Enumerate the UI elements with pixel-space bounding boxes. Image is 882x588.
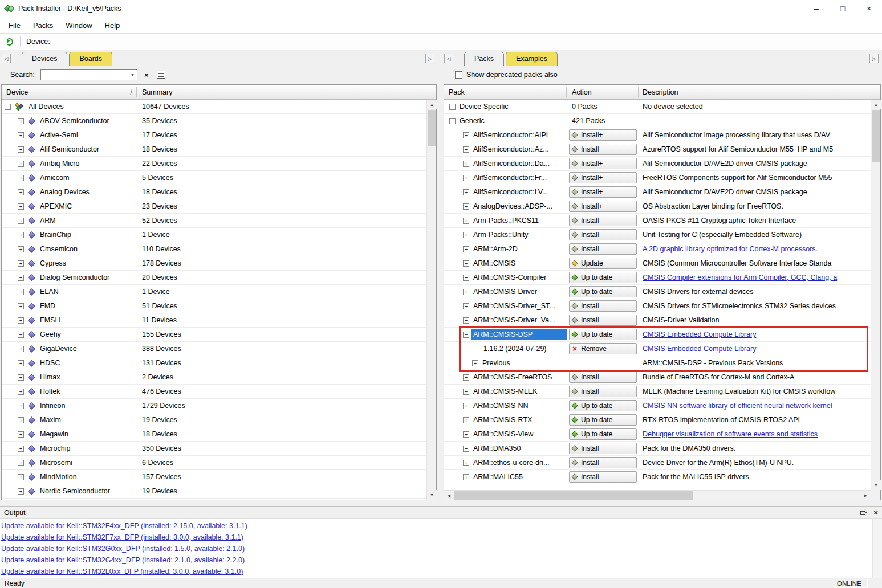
pack-row[interactable]: −Generic421 Packs	[444, 114, 871, 128]
pack-row[interactable]: 1.16.2 (2024-07-29)×RemoveCMSIS Embedded…	[444, 342, 871, 356]
tree-expander-icon[interactable]: +	[463, 289, 469, 295]
device-tree-row[interactable]: +Infineon1729 Devices	[2, 399, 426, 413]
tree-expander-icon[interactable]: +	[18, 417, 24, 423]
install-button[interactable]: Install	[569, 471, 637, 483]
device-tree-row[interactable]: −All Devices10647 Devices	[2, 100, 426, 114]
tree-expander-icon[interactable]: +	[463, 389, 469, 395]
device-tree-row[interactable]: +ABOV Semiconductor35 Devices	[2, 114, 426, 128]
device-tree-row[interactable]: +FMD51 Devices	[2, 299, 426, 313]
tree-expander-icon[interactable]: +	[18, 161, 24, 167]
pack-row[interactable]: +ARM::CMSIS-RTXUp to dateRTX RTOS implem…	[444, 413, 871, 427]
install-button[interactable]: Install	[569, 386, 637, 397]
device-tree-row[interactable]: +BrainChip1 Device	[2, 228, 426, 242]
vertical-scrollbar[interactable]: ▲ ▼	[426, 100, 436, 500]
tree-expander-icon[interactable]: +	[18, 132, 24, 138]
output-line[interactable]: Update available for Keil::STM32F4xx_DFP…	[1, 520, 882, 532]
description-text[interactable]: CMSIS Embedded Compute Library	[643, 330, 756, 338]
pack-row[interactable]: +AlifSemiconductor::Da...Install+Alif Se…	[444, 157, 871, 171]
column-header-device[interactable]: Device /	[2, 85, 137, 99]
tree-expander-icon[interactable]: +	[463, 175, 469, 181]
scroll-up-button[interactable]: ▲	[871, 100, 881, 109]
collapse-all-icon[interactable]	[157, 71, 165, 79]
device-tree-row[interactable]: +ELAN1 Device	[2, 285, 426, 299]
tree-expander-icon[interactable]: +	[463, 132, 469, 138]
tree-expander-icon[interactable]: +	[463, 403, 469, 409]
pack-row[interactable]: +ARM::CMSIS-CompilerUp to dateCMSIS Comp…	[444, 271, 871, 285]
search-clear-icon[interactable]: ×	[144, 71, 149, 79]
tree-expander-icon[interactable]: +	[18, 260, 24, 267]
update-button[interactable]: Update	[569, 258, 637, 269]
pack-row[interactable]: −Device Specific0 PacksNo device selecte…	[444, 100, 871, 114]
device-tree-row[interactable]: +APEXMIC23 Devices	[2, 199, 426, 214]
column-header-summary[interactable]: Summary	[137, 85, 436, 99]
close-button[interactable]: ×	[856, 0, 882, 17]
tab-scroll-right-button[interactable]: ▷	[425, 54, 434, 63]
pack-row[interactable]: +ARM::CMSIS-Driver_Va...InstallCMSIS-Dri…	[444, 313, 871, 328]
install-button[interactable]: Install+	[569, 186, 637, 198]
device-tree-row[interactable]: +Analog Devices18 Devices	[2, 185, 426, 199]
tab-scroll-left-button[interactable]: ◁	[2, 54, 11, 63]
uptodate-button[interactable]: Up to date	[569, 414, 637, 426]
combo-dropdown-icon[interactable]: ▾	[128, 70, 137, 80]
scroll-up-button[interactable]: ▲	[427, 100, 437, 109]
tree-expander-icon[interactable]: +	[18, 474, 24, 480]
uptodate-button[interactable]: Up to date	[569, 272, 637, 283]
column-header-pack[interactable]: Pack	[444, 85, 567, 99]
tree-expander-icon[interactable]: +	[18, 488, 24, 495]
install-button[interactable]: Install	[569, 315, 637, 326]
tree-expander-icon[interactable]: +	[18, 118, 24, 124]
search-combobox[interactable]: ▾	[40, 69, 137, 80]
tree-expander-icon[interactable]: +	[18, 332, 24, 338]
pack-row[interactable]: +ARM::CMSIS-DriverUp to dateCMSIS Driver…	[444, 285, 871, 299]
install-button[interactable]: Install	[569, 215, 637, 226]
scrollbar-thumb[interactable]	[872, 110, 880, 162]
device-tree-row[interactable]: +Holtek476 Devices	[2, 385, 426, 399]
show-deprecated-checkbox[interactable]	[455, 71, 462, 79]
tree-expander-icon[interactable]: +	[472, 360, 478, 366]
right-tab-examples[interactable]: Examples	[506, 52, 558, 66]
scroll-down-button[interactable]: ▼	[871, 480, 881, 490]
tree-expander-icon[interactable]: +	[18, 374, 24, 381]
install-button[interactable]: Install+	[569, 158, 637, 169]
install-button[interactable]: Install	[569, 243, 637, 255]
menu-window[interactable]: Window	[59, 17, 98, 33]
tab-scroll-left-button[interactable]: ◁	[444, 54, 453, 63]
tree-expander-icon[interactable]: +	[18, 246, 24, 252]
vertical-scrollbar[interactable]: ▲ ▼	[871, 100, 880, 490]
install-button[interactable]: Install	[569, 300, 637, 312]
device-tree-row[interactable]: +MindMotion157 Devices	[2, 470, 426, 484]
tree-expander-icon[interactable]: +	[18, 317, 24, 324]
tree-expander-icon[interactable]: −	[449, 104, 456, 110]
tab-scroll-right-button[interactable]: ▷	[869, 54, 879, 63]
tree-expander-icon[interactable]: +	[18, 232, 24, 238]
install-button[interactable]: Install+	[569, 172, 637, 183]
tree-expander-icon[interactable]: +	[463, 317, 469, 324]
pack-row[interactable]: +ARM::MALIC55InstallPack for the MALIC55…	[444, 470, 871, 484]
tree-expander-icon[interactable]: −	[5, 104, 11, 110]
scrollbar-thumb[interactable]	[454, 491, 693, 500]
uptodate-button[interactable]: Up to date	[569, 286, 637, 297]
tree-expander-icon[interactable]: −	[449, 118, 456, 124]
scroll-left-button[interactable]: ◀	[444, 491, 454, 500]
tree-expander-icon[interactable]: +	[463, 260, 469, 267]
tree-expander-icon[interactable]: +	[463, 431, 469, 438]
device-tree-row[interactable]: +FMSH11 Devices	[2, 313, 426, 328]
device-tree-row[interactable]: +Geehy155 Devices	[2, 328, 426, 342]
device-tree-row[interactable]: +Ambiq Micro22 Devices	[2, 157, 426, 171]
refresh-icon[interactable]	[6, 38, 13, 46]
output-line[interactable]: Update available for Keil::STM32F7xx_DFP…	[1, 532, 882, 543]
description-text[interactable]: CMSIS Compiler extensions for Arm Compil…	[643, 273, 837, 281]
menu-packs[interactable]: Packs	[27, 17, 59, 33]
tree-expander-icon[interactable]: +	[463, 460, 469, 466]
tree-expander-icon[interactable]: +	[18, 446, 24, 452]
description-text[interactable]: A 2D graphic library optimized for Corte…	[643, 245, 818, 253]
install-button[interactable]: Install+	[569, 201, 637, 212]
device-tree-row[interactable]: +Dialog Semiconductor20 Devices	[2, 271, 426, 285]
device-tree-row[interactable]: +Microsemi6 Devices	[2, 456, 426, 470]
tree-expander-icon[interactable]: +	[18, 403, 24, 409]
pack-row[interactable]: +ARM::CMSIS-Driver_ST...InstallCMSIS Dri…	[444, 299, 871, 313]
pin-icon[interactable]	[860, 509, 867, 516]
minimize-button[interactable]: –	[803, 0, 830, 17]
tree-expander-icon[interactable]: +	[463, 189, 469, 195]
install-button[interactable]: Install	[569, 144, 637, 155]
